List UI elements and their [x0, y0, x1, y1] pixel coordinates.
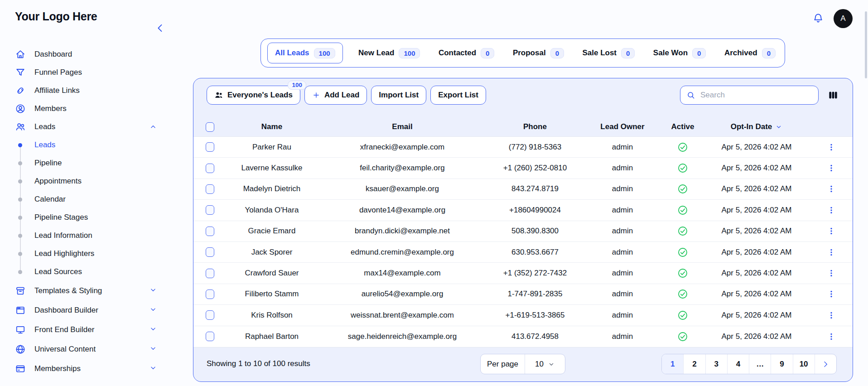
- column-header-phone: Phone: [487, 122, 583, 131]
- sidebar-subitem-calendar[interactable]: Calendar: [0, 190, 193, 208]
- tab-sale-won[interactable]: Sale Won0: [651, 48, 709, 58]
- row-checkbox[interactable]: [206, 290, 214, 299]
- row-checkbox[interactable]: [206, 310, 214, 320]
- select-all-checkbox[interactable]: [206, 122, 214, 132]
- sidebar-subitem-pipeline-stages[interactable]: Pipeline Stages: [0, 208, 193, 227]
- avatar[interactable]: A: [834, 9, 853, 28]
- notifications-bell-icon[interactable]: [812, 12, 824, 24]
- sidebar-subitem-leads[interactable]: Leads: [0, 136, 193, 154]
- sidebar-item-leads[interactable]: Leads: [0, 118, 193, 136]
- export-list-button[interactable]: Export List: [430, 86, 486, 105]
- row-menu-kebab-icon[interactable]: [827, 227, 836, 236]
- sidebar-subitem-label: Appointments: [34, 177, 82, 186]
- tab-all-leads[interactable]: All Leads100: [267, 43, 343, 63]
- tab-new-lead[interactable]: New Lead100: [356, 48, 423, 58]
- tab-proposal[interactable]: Proposal0: [510, 48, 567, 58]
- lead-opt-in-date: Apr 5, 2026 4:02 AM: [704, 248, 810, 257]
- sidebar-item-front-end-builder[interactable]: Front End Builder: [0, 320, 193, 339]
- page-button-1[interactable]: 1: [662, 354, 683, 374]
- active-check-circle-icon: [677, 331, 688, 342]
- scrollbar-thumb[interactable]: [865, 11, 867, 78]
- row-menu-kebab-icon[interactable]: [827, 248, 836, 257]
- tab-count-badge: 0: [481, 48, 494, 58]
- row-checkbox[interactable]: [206, 142, 214, 152]
- table-row[interactable]: Madelyn Dietrich ksauer@example.org 843.…: [193, 179, 853, 200]
- row-menu-kebab-icon[interactable]: [827, 269, 836, 278]
- sidebar-item-templates-styling[interactable]: Templates & Styling: [0, 281, 193, 300]
- owner-filter-count-badge: 100: [288, 81, 306, 90]
- sidebar-item-affiliate-links[interactable]: Affiliate Links: [0, 82, 193, 100]
- tab-count-badge: 100: [399, 48, 420, 58]
- row-checkbox[interactable]: [206, 205, 214, 215]
- sidebar-item-funnel-pages[interactable]: Funnel Pages: [0, 63, 193, 82]
- sidebar-nav: DashboardFunnel PagesAffiliate LinksMemb…: [0, 45, 193, 378]
- sidebar-subitem-pipeline[interactable]: Pipeline: [0, 154, 193, 172]
- sidebar-item-memberships[interactable]: Memberships: [0, 359, 193, 378]
- row-menu-kebab-icon[interactable]: [827, 184, 836, 193]
- columns-toggle-icon[interactable]: [827, 89, 839, 101]
- tab-contacted[interactable]: Contacted0: [436, 48, 497, 58]
- table-row[interactable]: Gracie Emard brandyn.dicki@example.net 5…: [193, 221, 853, 242]
- pagination: 1234…910: [661, 354, 837, 374]
- table-row[interactable]: Kris Rolfson weissnat.brent@example.com …: [193, 305, 853, 326]
- page-ellipsis[interactable]: …: [749, 354, 771, 374]
- page-button-3[interactable]: 3: [705, 354, 727, 374]
- row-menu-kebab-icon[interactable]: [827, 332, 836, 341]
- row-checkbox[interactable]: [206, 184, 214, 194]
- row-checkbox[interactable]: [206, 269, 214, 278]
- sidebar-subitem-lead-sources[interactable]: Lead Sources: [0, 263, 193, 281]
- tab-label: All Leads: [275, 48, 309, 58]
- table-row[interactable]: Crawford Sauer max14@example.com +1 (352…: [193, 263, 853, 284]
- lead-phone: +1-619-513-3865: [487, 311, 583, 320]
- row-checkbox[interactable]: [206, 247, 214, 257]
- next-page-button[interactable]: [815, 354, 836, 374]
- sidebar-item-members[interactable]: Members: [0, 100, 193, 118]
- sidebar-subitem-lead-information[interactable]: Lead Information: [0, 227, 193, 245]
- lead-owner: admin: [583, 184, 662, 193]
- sidebar-item-universal-content[interactable]: Universal Content: [0, 339, 193, 359]
- table-row[interactable]: Jack Sporer edmund.cremin@example.org 63…: [193, 242, 853, 263]
- lead-email: xfranecki@example.com: [318, 143, 487, 152]
- table-row[interactable]: Parker Rau xfranecki@example.com (772) 9…: [193, 137, 853, 158]
- lead-name: Raphael Barton: [226, 332, 318, 341]
- row-menu-kebab-icon[interactable]: [827, 206, 836, 215]
- table-row[interactable]: Raphael Barton sage.heidenreich@example.…: [193, 326, 853, 347]
- row-menu-kebab-icon[interactable]: [827, 143, 836, 152]
- tab-archived[interactable]: Archived0: [722, 48, 778, 58]
- sidebar-item-dashboard[interactable]: Dashboard: [0, 45, 193, 63]
- import-list-button[interactable]: Import List: [371, 86, 426, 105]
- page-button-2[interactable]: 2: [683, 354, 705, 374]
- sidebar: Your Logo Here DashboardFunnel PagesAffi…: [0, 0, 193, 386]
- table-row[interactable]: Filiberto Stamm aurelio54@example.org 1-…: [193, 284, 853, 305]
- add-lead-button[interactable]: Add Lead: [304, 86, 367, 105]
- lead-opt-in-date: Apr 5, 2026 4:02 AM: [704, 143, 810, 152]
- search-icon: [686, 91, 695, 100]
- page-button-9[interactable]: 9: [771, 354, 792, 374]
- lead-opt-in-date: Apr 5, 2026 4:02 AM: [704, 290, 810, 299]
- sidebar-subitem-lead-highlighters[interactable]: Lead Highlighters: [0, 245, 193, 263]
- active-check-circle-icon: [677, 289, 688, 299]
- page-button-4[interactable]: 4: [727, 354, 749, 374]
- table-row[interactable]: Yolanda O'Hara davonte14@example.org +18…: [193, 200, 853, 221]
- column-header-opt-in-date[interactable]: Opt-In Date: [704, 122, 810, 131]
- lead-opt-in-date: Apr 5, 2026 4:02 AM: [704, 227, 810, 236]
- sidebar-item-dashboard-builder[interactable]: Dashboard Builder: [0, 300, 193, 320]
- row-menu-kebab-icon[interactable]: [827, 164, 836, 173]
- row-menu-kebab-icon[interactable]: [827, 311, 836, 320]
- row-checkbox[interactable]: [206, 332, 214, 341]
- table-row[interactable]: Laverne Kassulke feil.charity@example.or…: [193, 158, 853, 179]
- sidebar-subitem-appointments[interactable]: Appointments: [0, 172, 193, 190]
- row-checkbox[interactable]: [206, 227, 214, 236]
- tab-label: Archived: [724, 48, 757, 58]
- per-page-select[interactable]: 10: [525, 354, 565, 374]
- page-button-10[interactable]: 10: [793, 354, 815, 374]
- sidebar-item-label: Front End Builder: [34, 325, 94, 334]
- tab-sale-lost[interactable]: Sale Lost0: [579, 48, 637, 58]
- owner-filter-button[interactable]: Everyone's Leads 100: [207, 86, 300, 105]
- search-input[interactable]: [699, 90, 812, 100]
- sidebar-item-label: Dashboard: [34, 50, 72, 59]
- active-check-circle-icon: [677, 183, 688, 194]
- row-checkbox[interactable]: [206, 164, 214, 173]
- row-menu-kebab-icon[interactable]: [827, 290, 836, 299]
- lead-email: weissnat.brent@example.com: [318, 311, 487, 320]
